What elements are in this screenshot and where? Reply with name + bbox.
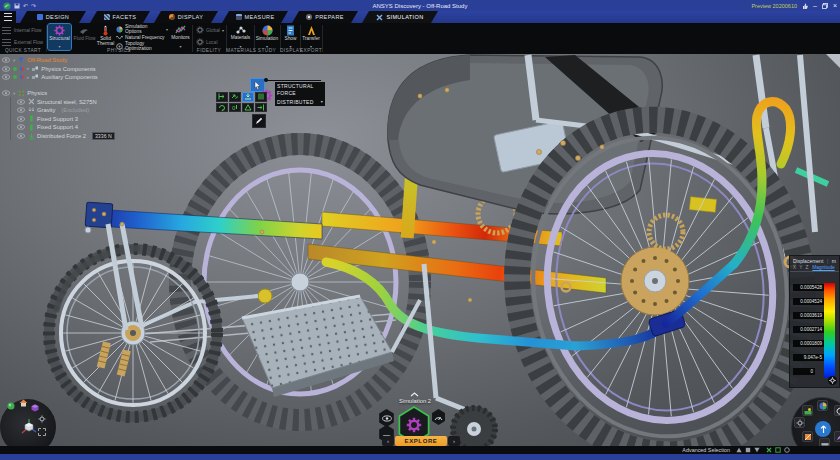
collapse-arrow-icon[interactable]: ▸ — [27, 66, 29, 71]
visibility-eye-icon[interactable] — [2, 66, 10, 72]
support-tool-icon[interactable] — [242, 103, 254, 113]
tree-row-fixed-support-4[interactable]: Fixed Support 4 — [11, 123, 217, 132]
orientation-cube-icon[interactable] — [20, 417, 38, 437]
grid-toggle-icon[interactable] — [775, 447, 781, 453]
select-body-icon[interactable] — [754, 447, 760, 453]
environment-icon[interactable] — [802, 405, 813, 416]
visibility-eye-icon[interactable] — [17, 124, 25, 130]
tab-facets[interactable]: Facets — [90, 11, 150, 23]
redo-icon[interactable]: ↷ — [31, 3, 36, 9]
design-tab-icon — [37, 14, 43, 20]
undo-icon[interactable]: ↶ — [23, 3, 28, 9]
visibility-eye-icon[interactable] — [2, 74, 10, 80]
tab-design[interactable]: Design — [20, 11, 86, 23]
disc-brake-rotor[interactable] — [621, 247, 689, 315]
reset-refresh-icon[interactable] — [834, 405, 840, 416]
visibility-eye-icon[interactable] — [17, 133, 25, 139]
section-tile-icon[interactable] — [802, 431, 813, 442]
force-mode-dropdown[interactable]: Distributed▾ — [275, 97, 325, 106]
fit-zoom-icon[interactable] — [38, 428, 46, 436]
tree-row-gravity[interactable]: Gravity (Excluded) — [11, 106, 217, 115]
select-face-icon[interactable] — [745, 447, 751, 453]
visibility-eye-icon[interactable] — [2, 57, 10, 63]
legend-settings-gear-icon[interactable] — [828, 376, 837, 385]
restore-button[interactable] — [822, 3, 828, 9]
legend-component-x[interactable]: X — [793, 265, 796, 270]
advanced-selection-label[interactable]: Advanced Selection — [682, 447, 730, 453]
hub-collapse-chevron[interactable] — [410, 392, 419, 397]
solid-thermal-button[interactable]: Solid Thermal — [97, 24, 114, 50]
feedback-thumbs-up-icon[interactable] — [802, 3, 808, 9]
displacement-tool-icon[interactable] — [229, 92, 241, 102]
legend-component-z[interactable]: Z — [805, 265, 808, 270]
tree-row-fixed-support-3[interactable]: Fixed Support 3 — [11, 115, 217, 124]
fidelity-global-button[interactable]: Global▾ — [196, 26, 224, 34]
external-flow-button[interactable]: External Flow — [2, 37, 44, 48]
save-icon[interactable] — [14, 3, 20, 9]
legend-component-magnitude[interactable]: Magnitude — [812, 265, 834, 270]
tab-simulation[interactable]: Simulation — [362, 11, 438, 23]
structural-button[interactable]: Structural ▾ — [48, 24, 71, 50]
nav-settings-gear-icon[interactable] — [38, 415, 46, 423]
expand-arrow-icon[interactable]: ▾ — [13, 58, 15, 63]
fluid-flow-button[interactable]: Fluid Flow — [73, 24, 96, 50]
internal-flow-button[interactable]: Internal Flow — [2, 25, 44, 36]
collapse-arrow-icon[interactable]: ▸ — [27, 75, 29, 80]
close-button[interactable]: × — [833, 2, 837, 9]
tree-row-distributed-force[interactable]: Distributed Force 2 3336 N — [11, 132, 217, 141]
force-tool-icon[interactable] — [242, 92, 254, 102]
visibility-eye-icon[interactable] — [17, 99, 25, 105]
fixed-support-tool-icon[interactable] — [216, 92, 228, 102]
tree-row-study[interactable]: ▾ Off-Road Study — [2, 56, 217, 65]
explore-button[interactable]: Explore — [395, 436, 447, 446]
explore-next-chevron[interactable]: › — [448, 436, 460, 446]
transfer-button[interactable]: Transfer ▾ — [301, 24, 321, 50]
visibility-eye-icon[interactable] — [17, 107, 25, 113]
hub-visibility-button[interactable] — [378, 409, 395, 427]
tree-row-physics-components[interactable]: ▸ Physics Components — [2, 65, 217, 74]
annotate-tile-icon[interactable] — [834, 431, 840, 442]
edit-pencil-icon[interactable] — [252, 114, 266, 128]
home-view-icon[interactable] — [19, 399, 28, 407]
snap-toggle-icon[interactable] — [766, 447, 772, 453]
legend-unit[interactable]: m — [832, 258, 836, 264]
tab-display[interactable]: Display — [154, 11, 218, 23]
box-view-icon[interactable] — [31, 404, 39, 412]
tree-row-physics-header[interactable]: ▾ Physics — [2, 89, 217, 98]
tab-prepare[interactable]: Prepare — [292, 11, 358, 23]
legend-component-y[interactable]: Y — [799, 265, 802, 270]
pressure-tool-icon[interactable] — [255, 92, 267, 102]
window-title: ANSYS Discovery - Off-Road Study — [0, 3, 840, 9]
appearance-sphere-icon[interactable] — [817, 400, 828, 411]
simulation-options-icon — [116, 26, 123, 33]
radial-center-button[interactable] — [815, 421, 831, 437]
visibility-eye-icon[interactable] — [2, 90, 10, 96]
isometric-view-icon[interactable] — [7, 402, 15, 410]
select-vertex-icon[interactable] — [736, 447, 742, 453]
materials-button[interactable]: Materials ▾ — [229, 24, 252, 50]
explore-prev-chevron[interactable]: ‹ — [382, 436, 394, 446]
force-value-input[interactable]: 3336 N — [92, 132, 115, 141]
monitors-button[interactable]: Monitors ▾ — [170, 24, 191, 50]
units-toggle-icon[interactable] — [784, 447, 790, 453]
show-button[interactable]: Show ▾ — [282, 24, 299, 50]
settings-gear-tile-icon[interactable] — [794, 417, 805, 428]
simulation-options-button[interactable]: Simulation Options▾ — [116, 25, 168, 33]
visibility-eye-icon[interactable] — [17, 116, 25, 122]
frame-block-right[interactable] — [689, 197, 716, 213]
hub-gauge-button[interactable] — [431, 409, 446, 425]
legend-value: 0.0003619 — [793, 312, 824, 319]
tab-measure[interactable]: Measure — [222, 11, 288, 23]
measure-tab-icon — [236, 14, 242, 20]
moment-tool-icon[interactable]: 0 — [229, 103, 241, 113]
physics-icon — [18, 90, 24, 96]
tree-row-auxiliary-components[interactable]: ▸ Auxiliary Components — [2, 73, 217, 82]
bearing-load-tool-icon[interactable] — [255, 103, 267, 113]
simulation-study-button[interactable]: Simulation ▾ — [256, 24, 278, 50]
expand-arrow-icon[interactable]: ▾ — [13, 91, 15, 96]
minimize-button[interactable]: – — [813, 2, 817, 9]
rotation-tool-icon[interactable] — [216, 103, 228, 113]
tree-row-material[interactable]: Structural steel, S275N — [11, 97, 217, 106]
fidelity-local-button[interactable]: Local — [196, 38, 224, 46]
hamburger-menu-icon[interactable] — [0, 11, 16, 23]
